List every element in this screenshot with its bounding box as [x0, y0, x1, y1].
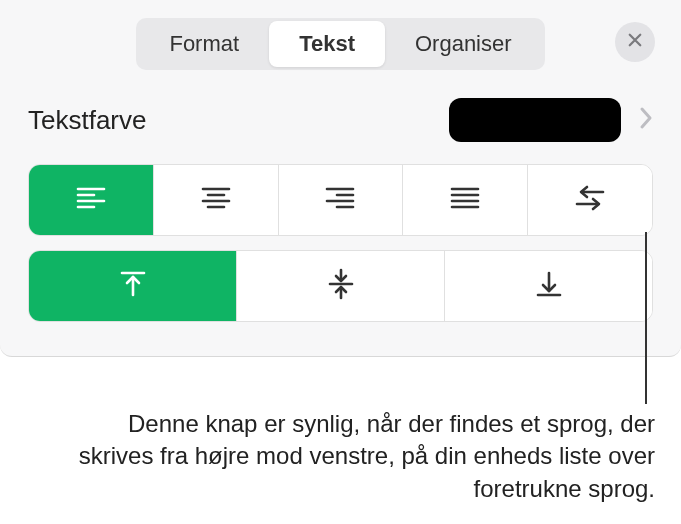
tab-format[interactable]: Format	[139, 21, 269, 67]
align-right-button[interactable]	[279, 165, 404, 235]
callout-leader-line	[645, 232, 647, 404]
vertical-alignment-row	[28, 250, 653, 322]
rtl-direction-icon	[573, 181, 607, 219]
valign-middle-button[interactable]	[237, 251, 445, 321]
callout-text: Denne knap er synlig, når der findes et …	[60, 408, 655, 505]
tab-group: Format Tekst Organiser	[136, 18, 544, 70]
align-justify-button[interactable]	[403, 165, 528, 235]
tab-organiser[interactable]: Organiser	[385, 21, 542, 67]
text-color-row: Tekstfarve	[0, 84, 681, 164]
text-color-label: Tekstfarve	[28, 105, 449, 136]
valign-top-button[interactable]	[29, 251, 237, 321]
close-button[interactable]	[615, 22, 655, 62]
text-format-panel: Format Tekst Organiser Tekstfarve	[0, 0, 681, 357]
align-justify-icon	[448, 181, 482, 219]
valign-bottom-icon	[532, 267, 566, 305]
valign-top-icon	[116, 267, 150, 305]
chevron-right-icon	[639, 116, 653, 133]
text-color-disclosure[interactable]	[639, 106, 653, 134]
horizontal-alignment-row	[28, 164, 653, 236]
close-icon	[626, 31, 644, 53]
valign-middle-icon	[324, 267, 358, 305]
align-right-icon	[323, 181, 357, 219]
alignment-section	[0, 164, 681, 322]
align-left-button[interactable]	[29, 165, 154, 235]
align-center-button[interactable]	[154, 165, 279, 235]
align-center-icon	[199, 181, 233, 219]
text-color-swatch[interactable]	[449, 98, 621, 142]
rtl-direction-button[interactable]	[528, 165, 652, 235]
valign-bottom-button[interactable]	[445, 251, 652, 321]
tab-bar: Format Tekst Organiser	[0, 0, 681, 84]
align-left-icon	[74, 181, 108, 219]
tab-tekst[interactable]: Tekst	[269, 21, 385, 67]
